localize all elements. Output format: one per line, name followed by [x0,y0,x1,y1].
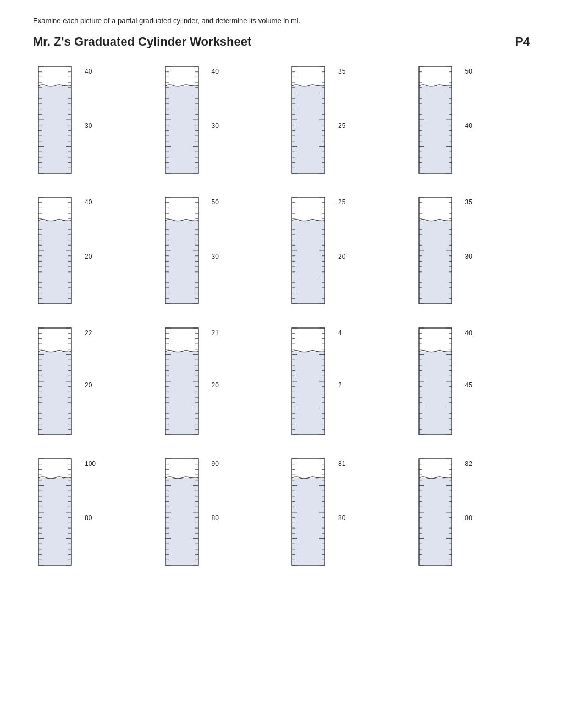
cylinder-bottom-label-10: 20 [212,381,219,389]
cylinder-labels-9: 2220 [82,324,104,439]
cylinder-top-label-7: 25 [338,198,345,206]
svg-rect-528 [38,478,71,565]
cylinder-svg-area-2 [160,62,209,177]
cylinder-wrapper-14: 9080 [160,454,277,570]
svg-rect-44 [165,86,198,173]
cylinder-bottom-label-2: 30 [212,122,219,130]
cylinder-svg-area-11 [286,324,336,439]
cylinder-svg-area-1 [33,62,82,177]
svg-rect-484 [419,352,452,435]
cylinder-bottom-label-5: 20 [85,253,92,260]
svg-rect-352 [38,352,71,435]
cylinder-wrapper-16: 8280 [413,454,531,570]
cylinder-svg-area-13 [33,454,82,570]
cylinder-wrapper-12: 4045 [413,324,531,439]
cylinder-svg-area-14 [160,454,209,570]
cylinder-top-label-8: 35 [465,198,472,206]
cylinder-svg-area-4 [413,62,463,177]
cylinder-svg-12 [413,324,457,439]
cylinder-wrapper-6: 5030 [160,193,277,308]
cylinder-svg-7 [286,193,330,308]
cylinder-svg-5 [33,193,77,308]
cylinder-wrapper-2: 4030 [160,62,277,177]
cylinder-labels-6: 5030 [209,193,231,308]
svg-rect-264 [292,221,325,304]
svg-rect-616 [292,478,325,565]
cylinder-wrapper-15: 8180 [286,454,404,570]
cylinder-svg-10 [160,324,204,439]
cylinder-wrapper-11: 42 [286,324,404,439]
cylinder-labels-8: 3530 [463,193,485,308]
svg-rect-572 [165,478,198,565]
cylinder-labels-5: 4020 [82,193,104,308]
cylinder-labels-7: 2520 [336,193,358,308]
cylinder-wrapper-13: 10080 [33,454,150,570]
cylinder-bottom-label-9: 20 [85,381,92,389]
cylinder-top-label-13: 100 [85,460,96,468]
cylinder-top-label-9: 22 [85,329,92,337]
cylinder-top-label-6: 50 [212,198,219,206]
cylinder-top-label-3: 35 [338,68,345,75]
cylinder-bottom-label-4: 40 [465,122,472,130]
cylinder-svg-area-5 [33,193,82,308]
cylinder-wrapper-1: 4030 [33,62,150,177]
cylinder-wrapper-7: 2520 [286,193,404,308]
cylinder-labels-15: 8180 [336,454,358,570]
cylinder-labels-13: 10080 [82,454,104,570]
cylinder-top-label-16: 82 [465,460,472,468]
cylinder-labels-2: 4030 [209,62,231,177]
svg-rect-176 [38,221,71,304]
page-title-area: Mr. Z's Graduated Cylinder Worksheet P4 [33,35,530,49]
svg-rect-88 [292,86,325,173]
svg-rect-132 [419,86,452,173]
cylinder-labels-12: 4045 [463,324,485,439]
cylinder-svg-area-7 [286,193,336,308]
cylinder-wrapper-8: 3530 [413,193,531,308]
cylinder-bottom-label-7: 20 [338,253,345,260]
cylinder-top-label-14: 90 [212,460,219,468]
cylinder-wrapper-3: 3525 [286,62,404,177]
cylinder-labels-14: 9080 [209,454,231,570]
cylinder-bottom-label-1: 30 [85,122,92,130]
cylinder-wrapper-9: 2220 [33,324,150,439]
cylinder-svg-3 [286,62,330,177]
cylinder-labels-10: 2120 [209,324,231,439]
cylinder-labels-1: 4030 [82,62,104,177]
cylinder-bottom-label-12: 45 [465,381,472,389]
svg-rect-660 [419,478,452,565]
cylinder-top-label-11: 4 [338,329,342,337]
cylinder-svg-area-12 [413,324,463,439]
cylinder-top-label-10: 21 [212,329,219,337]
page-number: P4 [515,35,530,49]
svg-rect-440 [292,352,325,435]
cylinder-svg-area-3 [286,62,336,177]
cylinder-wrapper-10: 2120 [160,324,277,439]
cylinder-svg-16 [413,454,457,570]
cylinder-svg-1 [33,62,77,177]
cylinder-top-label-12: 40 [465,329,472,337]
cylinder-svg-8 [413,193,457,308]
cylinder-svg-area-15 [286,454,336,570]
cylinder-top-label-4: 50 [465,68,472,75]
cylinder-labels-16: 8280 [463,454,485,570]
cylinders-grid: 4030 4030 3525 [33,62,530,570]
cylinder-bottom-label-16: 80 [465,514,472,522]
svg-rect-0 [38,86,71,173]
cylinder-svg-9 [33,324,77,439]
cylinder-bottom-label-3: 25 [338,122,345,130]
cylinder-bottom-label-14: 80 [212,514,219,522]
cylinder-svg-4 [413,62,457,177]
cylinder-svg-14 [160,454,204,570]
cylinder-wrapper-5: 4020 [33,193,150,308]
cylinder-top-label-15: 81 [338,460,345,468]
cylinder-top-label-2: 40 [212,68,219,75]
cylinder-svg-15 [286,454,330,570]
cylinder-svg-6 [160,193,204,308]
cylinder-svg-2 [160,62,204,177]
cylinder-bottom-label-15: 80 [338,514,345,522]
cylinder-bottom-label-11: 2 [338,381,342,389]
cylinder-svg-area-10 [160,324,209,439]
cylinder-wrapper-4: 5040 [413,62,531,177]
svg-rect-220 [165,221,198,304]
cylinder-top-label-5: 40 [85,198,92,206]
